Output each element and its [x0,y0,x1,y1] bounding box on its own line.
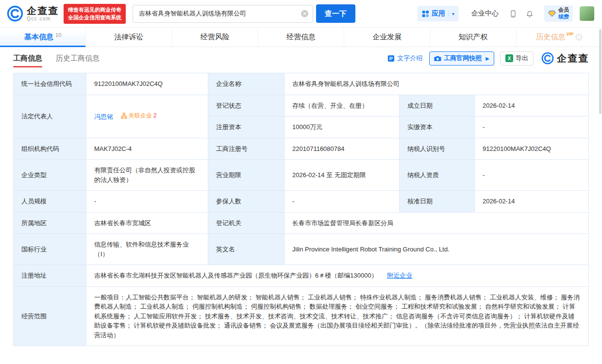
paid-capital-label: 实缴资本 [400,116,475,138]
tab-history-label: 历史信息 [536,33,566,42]
english-name-label: 英文名 [208,234,284,265]
logo-domain: Qcc.com [27,16,59,21]
reg-status-label: 登记状态 [208,95,284,116]
subtab-business-info[interactable]: 工商信息 [13,48,42,69]
region-label: 所属地区 [14,212,86,234]
play-arrow-icon: ▶ [485,56,489,61]
info-icon: i [576,34,582,40]
brand-name: 企查查 [557,52,589,65]
member-line-2: 续费 [558,14,569,20]
tab-enterprise-development[interactable]: 企业发展 [344,28,430,47]
qcc-logo[interactable]: 企查查 Qcc.com [7,5,59,22]
text-intro-button[interactable]: 文字介绍 [387,54,422,63]
apps-button[interactable]: 应用 ▾ [418,6,459,21]
table-row: 国标行业 信息传输、软件和信息技术服务业（I） 英文名 Jilin Provin… [14,234,589,265]
company-name-label: 企业名称 [208,73,284,95]
camera-icon [434,55,441,62]
scrollbar[interactable] [599,29,602,114]
credit-code-label: 统一社会信用代码 [14,73,86,95]
member-line-1: 会员 [558,7,569,14]
apps-grid-icon [422,10,429,17]
reg-status-value: 存续（在营、开业、在册） [284,95,400,116]
table-row: 组织机构代码 MAK7J02C-4 工商注册号 220107116080784 … [14,138,589,160]
business-term-label: 营业期限 [208,160,284,191]
apps-label: 应用 [432,9,445,18]
org-code-label: 组织机构代码 [14,138,86,160]
tab-legal-litigation[interactable]: 法律诉讼 [86,28,172,47]
taxpayer-quality-label: 纳税人资质 [400,160,475,191]
vip-badge: VIP [567,32,574,36]
company-info-table: 统一社会信用代码 91220100MAK7J02C4Q 企业名称 吉林省具身智能… [13,73,589,346]
tab-basic-count: 10 [55,32,61,38]
approval-date-value: 2026-02-14 [475,191,589,213]
nearby-companies-link[interactable]: 附近企业 [387,272,412,279]
insured-value: - [284,191,400,213]
sub-tab-bar: 工商信息 历史工商信息 文字介绍 工商官网快照 ▶ X 导出 企查查 [0,47,602,69]
reg-capital-label: 注册资本 [208,116,284,138]
subtab-history-business-info[interactable]: 历史工商信息 [56,48,100,69]
qcc-logo-icon [7,5,23,22]
qcc-watermark-logo: 企查查 [541,52,589,65]
related-companies-link[interactable]: 关联企业 2 [121,111,157,120]
official-snapshot-button[interactable]: 工商官网快照 ▶ [429,51,494,66]
tab-intellectual-property[interactable]: 知识产权 [430,28,516,47]
logo-name: 企查查 [27,6,59,16]
export-label: 导出 [516,54,528,63]
enterprise-center-link[interactable]: 企业中心 [471,9,499,18]
reg-authority-label: 登记机关 [208,212,284,234]
member-gem-icon [548,10,556,17]
mobile-app-icon[interactable] [509,10,517,18]
user-avatar[interactable] [580,6,594,21]
search-box: ✕ [133,5,313,23]
tab-operation-label: 经营信息 [286,33,316,42]
industry-label: 国标行业 [14,234,86,265]
org-code-value: MAK7J02C-4 [86,138,208,160]
reg-number-label: 工商注册号 [208,138,284,160]
legal-rep-link[interactable]: 冯思铭 [94,113,113,120]
table-row: 所属地区 吉林省长春市宽城区 登记机关 长春市市场监督管理局长春新区分局 [14,212,589,234]
establish-date-label: 成立日期 [400,95,475,116]
approval-date-label: 核准日期 [400,191,475,213]
tab-operating-info[interactable]: 经营信息 [258,28,344,47]
company-name-value: 吉林省具身智能机器人训练场有限公司 [284,73,589,95]
chevron-down-icon: ▾ [449,11,454,17]
reg-authority-value: 长春市市场监督管理局长春新区分局 [284,212,589,234]
tab-risk-label: 经营风险 [201,33,230,42]
snapshot-label: 工商官网快照 [444,54,482,63]
tab-basic-info[interactable]: 基本信息 10 [0,28,86,47]
tab-basic-label: 基本信息 [24,33,53,42]
table-row: 统一社会信用代码 91220100MAK7J02C4Q 企业名称 吉林省具身智能… [14,73,589,95]
english-name-value: Jilin Province Intelligent Robot Trainin… [284,234,589,265]
company-type-label: 企业类型 [14,160,86,191]
credit-code-value: 91220100MAK7J02C4Q [86,73,208,95]
related-companies-count: 2 [153,111,157,120]
taxpayer-id-value: 91220100MAK7J02C4Q [475,138,589,160]
staff-size-label: 人员规模 [14,191,86,213]
notification-bell-icon[interactable] [526,10,534,18]
main-tab-bar: 基本信息 10 法律诉讼 经营风险 经营信息 企业发展 知识产权 历史信息 VI… [0,28,602,47]
clear-search-icon[interactable]: ✕ [301,10,308,17]
member-renewal-button[interactable]: 会员 续费 [544,5,573,22]
taxpayer-id-label: 纳税人识别号 [400,138,475,160]
table-row: 注册地址 吉林省长春市北湖科技开发区智能机器人及传感器产业园（原生物环保产业园）… [14,265,589,287]
org-chart-icon [121,113,127,119]
qcc-watermark-icon [541,52,554,65]
table-row: 经营范围 一般项目：人工智能公共数据平台； 智能机器人的研发； 智能机器人销售；… [14,286,589,346]
reg-number-value: 220107116080784 [284,138,400,160]
member-text: 会员 续费 [558,7,569,20]
search-input[interactable] [133,5,313,23]
tab-operating-risk[interactable]: 经营风险 [172,28,258,47]
document-icon [387,55,395,62]
search-button[interactable]: 查一下 [316,4,355,23]
business-term-value: 2026-02-14 至 无固定期限 [284,160,400,191]
excel-icon: X [505,54,513,62]
slogan-badge: 缔造有远见的商业传奇 全国企业信用查询系统 [64,4,126,24]
region-value: 吉林省长春市宽城区 [86,212,208,234]
slogan-line-1: 缔造有远见的商业传奇 [68,6,121,14]
top-bar: 企查查 Qcc.com 缔造有远见的商业传奇 全国企业信用查询系统 ✕ 查一下 … [0,0,602,28]
export-button[interactable]: X 导出 [500,51,534,66]
business-scope-value: 一般项目：人工智能公共数据平台； 智能机器人的研发； 智能机器人销售； 工业机器… [86,286,589,346]
tab-history-info[interactable]: 历史信息 VIP i [517,28,602,47]
table-row: 人员规模 - 参保人数 - 核准日期 2026-02-14 [14,191,589,213]
tab-development-label: 企业发展 [372,33,401,42]
